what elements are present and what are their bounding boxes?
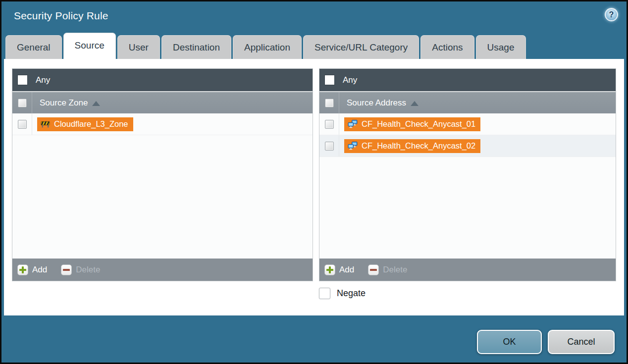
source-tab-content: Any Source Zone xyxy=(4,59,624,315)
tab-general[interactable]: General xyxy=(5,35,62,59)
source-address-panel: Any Source Address xyxy=(319,68,616,281)
tab-destination[interactable]: Destination xyxy=(161,35,231,59)
source-address-select-all-checkbox[interactable] xyxy=(325,99,334,107)
source-zone-select-all-cell xyxy=(12,92,32,113)
source-address-item-label: CF_Health_Check_Anycast_02 xyxy=(362,141,475,151)
row-checkbox-cell xyxy=(319,135,339,156)
row-checkbox-cell xyxy=(12,113,32,135)
address-icon xyxy=(348,120,358,128)
delete-address-button[interactable]: Delete xyxy=(368,264,407,275)
tab-actions[interactable]: Actions xyxy=(420,35,474,59)
negate-row: Negate xyxy=(319,288,366,299)
add-label: Add xyxy=(32,265,47,275)
tab-service-url-category[interactable]: Service/URL Category xyxy=(303,35,419,59)
source-address-any-checkbox[interactable] xyxy=(324,75,335,85)
tab-source[interactable]: Source xyxy=(63,33,116,59)
negate-checkbox[interactable] xyxy=(319,288,330,299)
delete-label: Delete xyxy=(76,265,100,275)
add-zone-button[interactable]: Add xyxy=(17,264,47,275)
source-zone-panel: Any Source Zone xyxy=(12,68,313,281)
zone-icon xyxy=(41,120,50,128)
source-address-toolbar: Add Delete xyxy=(319,259,616,281)
add-icon xyxy=(324,264,335,275)
source-zone-item-label: Cloudflare_L3_Zone xyxy=(54,119,128,129)
delete-icon xyxy=(61,264,72,275)
titlebar: Security Policy Rule ? xyxy=(1,1,627,33)
source-address-item[interactable]: CF_Health_Check_Anycast_01 xyxy=(344,117,480,131)
tab-user[interactable]: User xyxy=(117,35,160,59)
table-row: CF_Health_Check_Anycast_01 xyxy=(319,113,616,135)
footer-buttons: OK Cancel xyxy=(477,330,615,354)
security-policy-rule-dialog: Security Policy Rule ? General Source Us… xyxy=(0,0,628,364)
source-address-any-label: Any xyxy=(343,75,357,85)
source-zone-list: Cloudflare_L3_Zone xyxy=(12,113,313,259)
source-address-column-header[interactable]: Source Address xyxy=(319,91,616,113)
source-zone-select-all-checkbox[interactable] xyxy=(18,99,27,107)
table-row: CF_Health_Check_Anycast_02 xyxy=(319,135,616,157)
delete-icon xyxy=(368,264,379,275)
add-label: Add xyxy=(339,265,354,275)
source-address-item[interactable]: CF_Health_Check_Anycast_02 xyxy=(344,139,480,153)
source-address-list: CF_Health_Check_Anycast_01 xyxy=(319,113,616,259)
row-checkbox[interactable] xyxy=(325,120,334,129)
sort-ascending-icon xyxy=(92,101,100,106)
dialog-title: Security Policy Rule xyxy=(14,10,108,22)
source-zone-column-header[interactable]: Source Zone xyxy=(12,91,313,113)
source-zone-column-label: Source Zone xyxy=(40,98,88,108)
source-zone-any-label: Any xyxy=(36,75,50,85)
source-zone-any-row: Any xyxy=(12,69,313,91)
table-row: Cloudflare_L3_Zone xyxy=(12,113,313,135)
source-address-select-all-cell xyxy=(319,92,339,113)
add-icon xyxy=(17,264,28,275)
source-address-item-label: CF_Health_Check_Anycast_01 xyxy=(362,119,475,129)
sort-ascending-icon xyxy=(411,101,419,106)
ok-button[interactable]: OK xyxy=(477,330,542,354)
cancel-button[interactable]: Cancel xyxy=(548,330,615,354)
row-checkbox-cell xyxy=(319,113,339,135)
address-icon xyxy=(348,142,358,150)
tab-usage[interactable]: Usage xyxy=(476,35,526,59)
tab-application[interactable]: Application xyxy=(233,35,302,59)
source-zone-toolbar: Add Delete xyxy=(12,259,313,281)
source-zone-any-checkbox[interactable] xyxy=(17,75,28,85)
help-icon[interactable]: ? xyxy=(605,8,618,21)
delete-label: Delete xyxy=(383,265,407,275)
row-checkbox[interactable] xyxy=(325,142,334,151)
source-address-any-row: Any xyxy=(319,69,616,91)
source-address-column-label: Source Address xyxy=(347,98,406,108)
row-checkbox[interactable] xyxy=(18,120,27,129)
source-zone-item[interactable]: Cloudflare_L3_Zone xyxy=(37,117,133,131)
add-address-button[interactable]: Add xyxy=(324,264,354,275)
negate-label: Negate xyxy=(337,288,366,299)
delete-zone-button[interactable]: Delete xyxy=(61,264,100,275)
tab-bar: General Source User Destination Applicat… xyxy=(5,33,526,59)
